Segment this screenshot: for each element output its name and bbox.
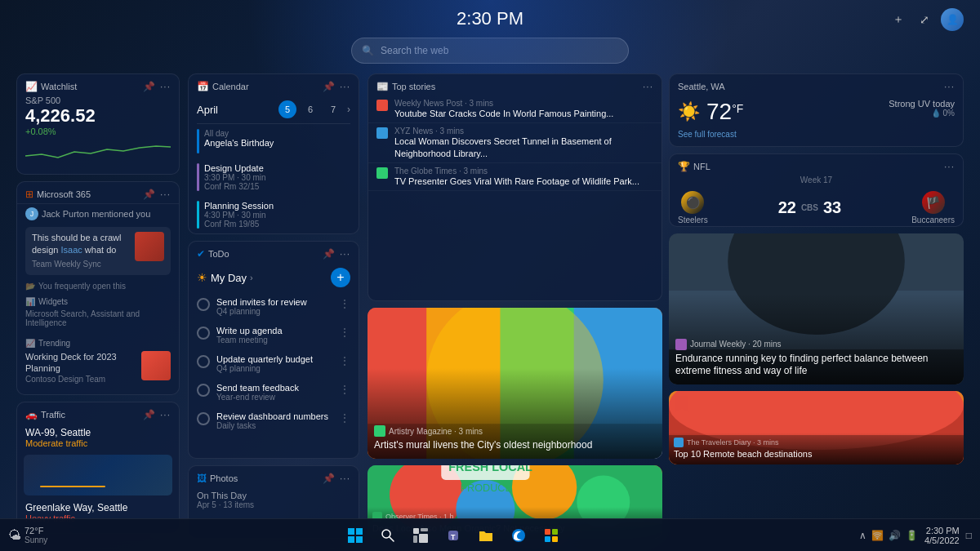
taskbar-widgets-button[interactable]	[408, 522, 434, 549]
todo-check-5[interactable]	[197, 412, 210, 425]
todo-item-dots-2[interactable]: ⋮	[339, 326, 350, 339]
svg-rect-36	[552, 529, 558, 535]
m365-pin[interactable]: 📌	[143, 189, 155, 200]
taskbar-windows-button[interactable]	[342, 522, 368, 549]
watchlist-pin[interactable]: 📌	[143, 81, 155, 92]
calendar-pin[interactable]: 📌	[323, 81, 335, 92]
weather-more[interactable]: ···	[944, 81, 955, 92]
todo-check-2[interactable]	[197, 327, 210, 340]
calendar-day-7[interactable]: 7	[324, 100, 342, 118]
svg-text:FRESH LOCAL: FRESH LOCAL	[448, 465, 532, 473]
taskbar-store-button[interactable]	[538, 522, 564, 549]
search-bar-container: 🔍 Search the web	[0, 38, 980, 64]
photos-header: 🖼 Photos 📌 ···	[189, 466, 359, 487]
add-widget-button[interactable]: ＋	[889, 10, 908, 29]
todo-widget: ✔ ToDo 📌 ··· ☀ My Day › + Send invites f…	[188, 241, 359, 459]
calendar-month: April	[197, 104, 218, 116]
news-item-2[interactable]: XYZ News · 3 mins Local Woman Discovers …	[368, 123, 662, 163]
svg-rect-38	[552, 536, 558, 542]
event2-bar	[197, 201, 199, 229]
trending-section: 📊 Widgets Microsoft Search, Assistant an…	[17, 294, 179, 335]
search-bar[interactable]: 🔍 Search the web	[351, 38, 629, 64]
taskbar-clock[interactable]: 2:30 PM 4/5/2022	[924, 526, 960, 545]
mention-avatar: J	[25, 207, 38, 220]
todo-chevron[interactable]: ›	[250, 273, 253, 282]
weather-title: Seattle, WA	[678, 82, 725, 91]
calendar-day-5[interactable]: 5	[278, 100, 296, 118]
calendar-day-6[interactable]: 6	[301, 100, 319, 118]
stories-more[interactable]: ···	[643, 81, 653, 92]
artistry-icon	[374, 425, 385, 437]
traffic-pin[interactable]: 📌	[143, 409, 155, 420]
expand-button[interactable]: ⤢	[915, 10, 934, 29]
photos-more[interactable]: ···	[340, 473, 350, 484]
svg-rect-28	[413, 528, 419, 534]
traffic-more[interactable]: ···	[160, 409, 171, 420]
nfl-more[interactable]: ···	[944, 161, 955, 172]
news-source-icon-2	[376, 127, 388, 139]
top-bar: 2:30 PM ＋ ⤢ 👤	[0, 0, 980, 38]
photos-pin[interactable]: 📌	[323, 473, 335, 484]
taskbar-teams-button[interactable]: T	[440, 522, 466, 549]
weather-forecast-link[interactable]: See full forecast	[670, 128, 963, 140]
watchlist-more[interactable]: ···	[160, 81, 171, 92]
todo-more[interactable]: ···	[340, 248, 350, 260]
mural-source-name: Artistry Magazine · 3 mins	[389, 427, 483, 436]
news-item-3[interactable]: The Globe Times · 3 mins TV Presenter Go…	[368, 163, 662, 191]
news-item-1[interactable]: Weekly News Post · 3 mins Youtube Star C…	[368, 96, 662, 123]
volume-icon[interactable]: 🔊	[889, 530, 901, 541]
m365-header: ⊞ Microsoft 365 📌 ···	[17, 182, 179, 203]
traffic-location-1: WA-99, Seattle Moderate traffic	[17, 424, 179, 451]
beach-card[interactable]: The Travelers Diary · 3 mins Top 10 Remo…	[669, 391, 964, 464]
todo-title: ✔ ToDo	[197, 248, 229, 260]
m365-more[interactable]: ···	[160, 189, 171, 200]
mural-card[interactable]: Artistry Magazine · 3 mins Artist's mura…	[368, 308, 662, 459]
message-card[interactable]: This should be a crawl design Isaac what…	[25, 227, 171, 275]
todo-add-button[interactable]: +	[331, 268, 350, 287]
battery-icon[interactable]: 🔋	[906, 530, 918, 541]
svg-rect-25	[356, 536, 363, 543]
todo-item-dots-3[interactable]: ⋮	[339, 354, 350, 367]
notification-icon[interactable]: □	[966, 530, 972, 541]
svg-rect-37	[545, 536, 550, 542]
todo-item-dots-4[interactable]: ⋮	[339, 383, 350, 396]
beach-bookmark	[675, 396, 688, 412]
beach-source-name: The Travelers Diary · 3 mins	[687, 438, 779, 447]
todo-check-1[interactable]	[197, 298, 210, 311]
wifi-icon[interactable]: 🛜	[871, 530, 884, 541]
nfl-widget: 🏆 NFL ··· Week 17 ⚫ Steelers 22 CBS	[669, 153, 964, 227]
taskbar-weather-info: 72°F Sunny	[24, 526, 47, 544]
user-avatar[interactable]: 👤	[941, 8, 964, 31]
event1-info: Design Update 3:30 PM · 30 min Conf Rm 3…	[204, 163, 350, 191]
nfl-title: 🏆 NFL	[678, 161, 710, 172]
top-stories-widget: 📰 Top stories ··· Weekly News Post · 3 m…	[368, 73, 662, 301]
allday-bar	[197, 129, 199, 153]
stories-controls: ···	[643, 81, 653, 92]
news-col-2: Seattle, WA ··· ☀️ 72 °F S	[669, 73, 964, 539]
svg-text:T: T	[451, 533, 456, 541]
todo-item-dots-5[interactable]: ⋮	[339, 411, 350, 424]
chevron-up-icon[interactable]: ∧	[859, 530, 866, 541]
taskbar-weather[interactable]: 🌤 72°F Sunny	[8, 526, 47, 544]
taskbar-edge-button[interactable]	[506, 522, 532, 549]
calendar-more[interactable]: ···	[340, 81, 350, 92]
nfl-header: 🏆 NFL ···	[670, 154, 963, 176]
endurance-title: Endurance running key to finding perfect…	[675, 353, 957, 378]
endurance-card[interactable]: Journal Weekly · 20 mins Endurance runni…	[669, 233, 964, 384]
trending-card[interactable]: Working Deck for 2023 Planning Contoso D…	[25, 351, 171, 385]
taskbar-search-button[interactable]	[375, 522, 401, 549]
todo-day-header: ☀ My Day › +	[189, 263, 359, 292]
mural-title: Artist's mural livens the City's oldest …	[374, 439, 656, 452]
calendar-chevron[interactable]: ›	[347, 104, 350, 115]
event1-time: 3:30 PM · 30 min	[204, 173, 350, 182]
todo-item-dots-1[interactable]: ⋮	[339, 297, 350, 310]
svg-rect-30	[413, 535, 417, 543]
news-item-text-2: XYZ News · 3 mins Local Woman Discovers …	[394, 127, 653, 159]
todo-pin[interactable]: 📌	[323, 248, 335, 260]
todo-check-3[interactable]	[197, 355, 210, 368]
todo-check-4[interactable]	[197, 384, 210, 397]
taskbar-center: T	[342, 522, 564, 549]
taskbar-explorer-button[interactable]	[473, 522, 499, 549]
todo-item-1: Send invites for review Q4 planning ⋮	[189, 292, 359, 321]
svg-rect-35	[545, 529, 550, 535]
